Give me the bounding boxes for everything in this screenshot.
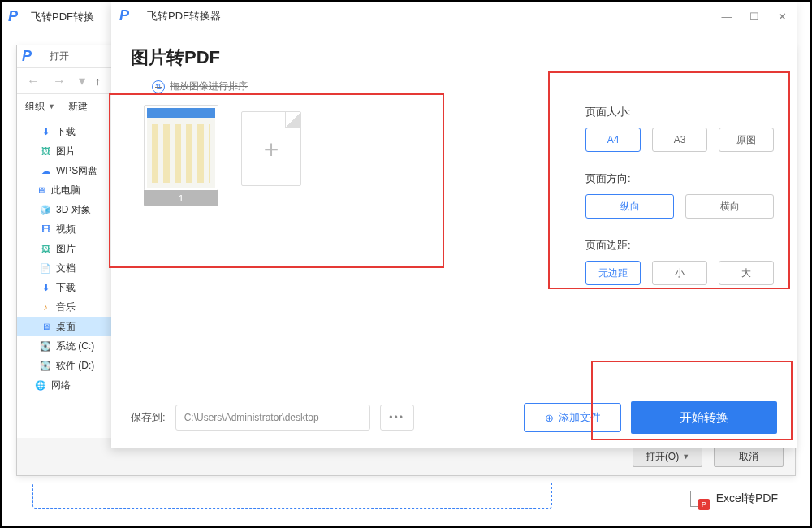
minimize-icon[interactable]: ― xyxy=(720,11,733,23)
sidebar-item[interactable]: 🧊3D 对象 xyxy=(17,200,115,219)
dashed-drop-border xyxy=(32,483,552,509)
sidebar-item[interactable]: 🖥桌面 xyxy=(17,317,115,336)
sidebar-item-label: WPS网盘 xyxy=(56,164,97,178)
app-logo-icon: P xyxy=(22,48,40,66)
maximize-icon[interactable]: ☐ xyxy=(748,11,761,23)
sidebar-item-label: 音乐 xyxy=(56,301,76,314)
nav-forward-icon[interactable]: → xyxy=(50,74,69,89)
thumbnails-area[interactable]: 1 ＋ xyxy=(111,105,585,305)
page-size-label: 页面大小: xyxy=(585,105,774,119)
file-dialog-sidebar: ⬇下载🖼图片☁WPS网盘🖥此电脑🧊3D 对象🎞视频🖼图片📄文档⬇下载♪音乐🖥桌面… xyxy=(17,119,116,438)
sidebar-item-label: 下载 xyxy=(56,281,76,295)
picture-icon: 🖼 xyxy=(40,243,51,254)
option-button[interactable]: A4 xyxy=(585,128,641,152)
save-path-input[interactable]: C:\Users\Administrator\desktop xyxy=(175,405,370,431)
sidebar-item[interactable]: 💽软件 (D:) xyxy=(17,356,115,375)
pc-icon: 🖥 xyxy=(35,184,46,196)
file-dialog-title: 打开 xyxy=(50,50,69,63)
sidebar-item[interactable]: 🖼图片 xyxy=(17,141,115,161)
bg-app-title: 飞转PDF转换 xyxy=(31,10,94,24)
cancel-button[interactable]: 取消 xyxy=(714,446,784,467)
sidebar-item-label: 桌面 xyxy=(56,320,76,334)
sidebar-item-label: 3D 对象 xyxy=(56,203,91,217)
sidebar-item-label: 视频 xyxy=(56,223,76,236)
option-button[interactable]: 大 xyxy=(719,261,774,285)
doc-icon: 📄 xyxy=(40,262,51,274)
excel-item-label: Excel转PDF xyxy=(716,491,778,506)
disk-icon: 💽 xyxy=(40,340,51,352)
video-icon: 🎞 xyxy=(40,223,51,235)
wps-icon: ☁ xyxy=(40,165,51,176)
app-logo-icon: P xyxy=(8,8,26,26)
sidebar-item[interactable]: ⬇下载 xyxy=(17,122,115,141)
sidebar-item[interactable]: ♪音乐 xyxy=(17,297,115,317)
sidebar-item-label: 下载 xyxy=(56,125,76,139)
sidebar-item-label: 图片 xyxy=(56,242,76,256)
nav-up-icon[interactable]: ↑ xyxy=(95,75,101,88)
sidebar-item[interactable]: 🌐网络 xyxy=(17,375,115,395)
start-convert-button[interactable]: 开始转换 xyxy=(631,401,777,434)
chevron-down-icon: ▼ xyxy=(682,452,689,461)
excel-to-pdf-item[interactable]: Excel转PDF xyxy=(690,491,778,507)
sidebar-item-label: 图片 xyxy=(56,145,76,158)
add-file-button[interactable]: ⊕ 添加文件 xyxy=(524,403,621,432)
converter-window: P 飞转PDF转换器 ― ☐ ✕ 图片转PDF ⇅ 拖放图像进行排序 1 ＋ xyxy=(111,2,797,448)
sidebar-item[interactable]: 🖥此电脑 xyxy=(17,180,115,200)
drop-hint-text: 拖放图像进行排序 xyxy=(170,80,248,93)
sidebar-item[interactable]: ☁WPS网盘 xyxy=(17,161,115,180)
option-button[interactable]: A3 xyxy=(652,128,707,152)
sidebar-item[interactable]: 📄文档 xyxy=(17,258,115,278)
sidebar-item[interactable]: 🖼图片 xyxy=(17,239,115,258)
close-icon[interactable]: ✕ xyxy=(775,11,788,23)
download-icon: ⬇ xyxy=(40,126,51,137)
download-icon: ⬇ xyxy=(40,282,51,293)
nav-recent-icon[interactable]: ▾ xyxy=(76,73,89,89)
thumbnail-index: 1 xyxy=(144,190,218,206)
option-button[interactable]: 原图 xyxy=(719,128,774,152)
option-button[interactable]: 横向 xyxy=(685,194,774,219)
option-button[interactable]: 纵向 xyxy=(585,194,674,219)
margin-label: 页面边距: xyxy=(585,238,774,253)
drop-hint: ⇅ 拖放图像进行排序 xyxy=(152,80,797,93)
option-button[interactable]: 小 xyxy=(652,261,707,285)
disk-icon: 💽 xyxy=(40,360,51,371)
picture-icon: 🖼 xyxy=(40,145,51,157)
orientation-label: 页面方向: xyxy=(585,171,774,186)
sidebar-item[interactable]: 🎞视频 xyxy=(17,219,115,239)
net-icon: 🌐 xyxy=(35,379,46,391)
excel-pdf-icon xyxy=(690,491,706,507)
app-logo-icon: P xyxy=(119,7,137,25)
add-image-placeholder[interactable]: ＋ xyxy=(241,111,301,186)
converter-titlebar: P 飞转PDF转换器 ― ☐ ✕ xyxy=(111,2,797,31)
plus-icon: ⊕ xyxy=(545,412,554,424)
nav-back-icon[interactable]: ← xyxy=(24,74,43,89)
sidebar-item[interactable]: 💽系统 (C:) xyxy=(17,336,115,356)
sidebar-item-label: 系统 (C:) xyxy=(56,340,94,353)
option-button[interactable]: 无边距 xyxy=(585,261,641,285)
browse-button[interactable]: ••• xyxy=(380,405,414,431)
swap-icon: ⇅ xyxy=(152,80,165,93)
image-thumbnail[interactable]: 1 xyxy=(144,105,218,206)
sidebar-item-label: 此电脑 xyxy=(51,184,80,197)
sidebar-item-label: 网络 xyxy=(51,379,71,392)
sidebar-item[interactable]: ⬇下载 xyxy=(17,278,115,297)
converter-bottom-bar: 保存到: C:\Users\Administrator\desktop ••• … xyxy=(111,401,797,434)
page-heading: 图片转PDF xyxy=(131,45,797,70)
open-button[interactable]: 打开(O)▼ xyxy=(633,446,702,467)
sidebar-item-label: 文档 xyxy=(56,262,76,275)
options-panel: 页面大小: A4A3原图 页面方向: 纵向横向 页面边距: 无边距小大 xyxy=(585,105,797,305)
cube-icon: 🧊 xyxy=(40,204,51,215)
desktop-icon: 🖥 xyxy=(40,321,51,332)
organize-menu[interactable]: 组织▼ xyxy=(25,100,55,114)
new-folder-button[interactable]: 新建 xyxy=(68,100,88,114)
music-icon: ♪ xyxy=(40,301,51,313)
sidebar-item-label: 软件 (D:) xyxy=(56,359,94,373)
converter-title: 飞转PDF转换器 xyxy=(147,9,221,24)
chevron-down-icon: ▼ xyxy=(48,102,55,110)
save-to-label: 保存到: xyxy=(131,410,166,425)
